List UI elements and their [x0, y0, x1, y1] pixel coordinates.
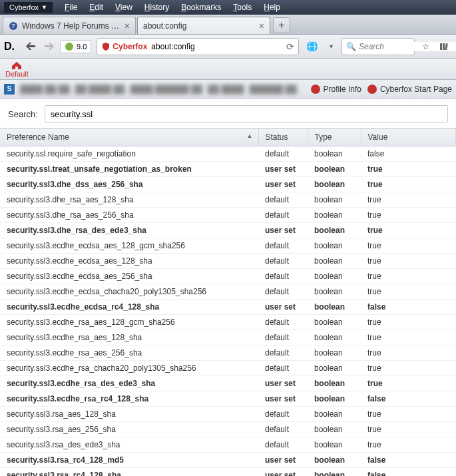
bookmark-icon: S [4, 84, 15, 95]
pref-row[interactable]: security.ssl3.ecdhe_rsa_chacha20_poly130… [0, 361, 456, 376]
column-type[interactable]: Type [308, 128, 361, 146]
pref-type: boolean [308, 407, 361, 422]
search-label: Search: [8, 109, 38, 119]
pref-value: true [361, 284, 456, 300]
pref-status: default [258, 284, 308, 300]
svg-rect-7 [443, 43, 445, 50]
menu-help[interactable]: Help [258, 1, 286, 13]
pref-type: boolean [308, 300, 361, 315]
bookmark-profile-info[interactable]: Profile Info [310, 84, 361, 95]
pref-name: security.ssl3.dhe_rsa_des_ede3_sha [0, 223, 258, 238]
pref-row[interactable]: security.ssl3.rsa_rc4_128_shauser setboo… [0, 468, 456, 477]
favicon-icon: 7 [9, 21, 18, 31]
pref-row[interactable]: security.ssl.treat_unsafe_negotiation_as… [0, 162, 456, 177]
library-icon[interactable] [436, 39, 452, 55]
tab-strip: 7 Windows 7 Help Forums - Search… × abou… [0, 15, 456, 35]
pref-row[interactable]: security.ssl3.ecdhe_rsa_aes_256_shadefau… [0, 346, 456, 361]
column-value[interactable]: Value [361, 128, 456, 146]
svg-rect-6 [440, 43, 442, 50]
menu-bookmarks[interactable]: Bookmarks [176, 1, 226, 13]
pref-row[interactable]: security.ssl3.dhe_rsa_des_ede3_shauser s… [0, 223, 456, 238]
pref-value: true [361, 407, 456, 422]
address-bar[interactable]: Cyberfox ⟳ [97, 38, 299, 55]
pref-row[interactable]: security.ssl3.ecdhe_rsa_aes_128_gcm_sha2… [0, 315, 456, 330]
pref-row[interactable]: security.ssl3.rsa_des_ede3_shadefaultboo… [0, 437, 456, 453]
bookmark-item[interactable]: ████ ██████ ██ [130, 85, 202, 94]
back-button[interactable]: 🡨 [23, 39, 39, 55]
pref-status: user set [258, 453, 308, 468]
tab-inactive[interactable]: 7 Windows 7 Help Forums - Search… × [3, 17, 136, 34]
fox-icon [367, 84, 377, 95]
column-status[interactable]: Status [258, 128, 308, 146]
bookmark-start-page[interactable]: Cyberfox Start Page [367, 84, 452, 95]
pref-row[interactable]: security.ssl3.ecdhe_ecdsa_aes_256_shadef… [0, 269, 456, 284]
app-menu-button[interactable]: Cyberfox ▼ [4, 2, 53, 13]
pref-row[interactable]: security.ssl3.ecdhe_rsa_rc4_128_shauser … [0, 391, 456, 407]
disconnect-logo[interactable]: D. [4, 41, 15, 53]
pref-type: boolean [308, 223, 361, 238]
identity-box[interactable]: Cyberfox [101, 42, 147, 51]
search-box[interactable]: 🔍 [342, 38, 415, 55]
pref-status: default [258, 407, 308, 422]
svg-point-2 [65, 43, 73, 51]
bookmark-item[interactable]: ██ ████ [208, 85, 244, 94]
new-tab-button[interactable]: + [273, 17, 290, 33]
pref-row[interactable]: security.ssl3.dhe_dss_aes_256_shauser se… [0, 177, 456, 192]
pref-name: security.ssl3.dhe_rsa_aes_128_sha [0, 192, 258, 208]
pref-value: true [361, 162, 456, 177]
bookmark-item[interactable]: ████ ██ ██ [20, 85, 70, 94]
star-icon[interactable]: ☆ [417, 39, 433, 55]
menu-view[interactable]: View [110, 1, 138, 13]
svg-point-10 [367, 85, 377, 94]
pref-value: true [361, 437, 456, 453]
pref-name: security.ssl3.ecdhe_rsa_des_ede3_sha [0, 376, 258, 391]
globe-icon[interactable] [304, 39, 320, 55]
titlebar: Cyberfox ▼ FileEditViewHistoryBookmarksT… [0, 0, 456, 15]
pref-row[interactable]: security.ssl3.rsa_aes_256_shadefaultbool… [0, 422, 456, 437]
pref-row[interactable]: security.ssl3.ecdhe_ecdsa_rc4_128_shause… [0, 300, 456, 315]
config-search-input[interactable] [45, 105, 448, 122]
pref-name: security.ssl3.rsa_rc4_128_sha [0, 468, 258, 477]
pref-row[interactable]: security.ssl3.dhe_rsa_aes_256_shadefault… [0, 208, 456, 223]
home-button[interactable]: Default [5, 61, 29, 78]
dropdown-icon[interactable]: ▾ [323, 39, 339, 55]
pref-type: boolean [308, 192, 361, 208]
pref-row[interactable]: security.ssl3.ecdhe_ecdsa_aes_128_gcm_sh… [0, 238, 456, 254]
pref-value: true [361, 361, 456, 376]
pref-row[interactable]: security.ssl3.ecdhe_ecdsa_aes_128_shadef… [0, 254, 456, 269]
reload-icon[interactable]: ⟳ [286, 41, 294, 52]
pref-type: boolean [308, 254, 361, 269]
tab-active[interactable]: about:config × [137, 17, 270, 34]
menu-history[interactable]: History [139, 1, 174, 13]
url-input[interactable] [151, 42, 282, 51]
menu-edit[interactable]: Edit [84, 1, 109, 13]
column-preference-name[interactable]: Preference Name [0, 128, 258, 146]
pref-name: security.ssl3.ecdhe_rsa_aes_256_sha [0, 346, 258, 361]
close-icon[interactable]: × [259, 21, 264, 31]
pref-status: default [258, 361, 308, 376]
pref-row[interactable]: security.ssl3.ecdhe_rsa_des_ede3_shauser… [0, 376, 456, 391]
pref-row[interactable]: security.ssl3.ecdhe_rsa_aes_128_shadefau… [0, 330, 456, 346]
bookmark-item[interactable]: S [4, 84, 15, 95]
close-icon[interactable]: × [124, 21, 130, 31]
bookmark-item[interactable]: ██ ████ ██ [75, 85, 125, 94]
menu-tools[interactable]: Tools [228, 1, 257, 13]
pref-status: default [258, 208, 308, 223]
bookmark-bar: S ████ ██ ██ ██ ████ ██ ████ ██████ ██ █… [0, 80, 456, 99]
pref-row[interactable]: security.ssl3.dhe_rsa_aes_128_shadefault… [0, 192, 456, 208]
pref-type: boolean [308, 269, 361, 284]
wot-score: 9.0 [77, 43, 87, 51]
wot-indicator[interactable]: 9.0 [60, 40, 91, 53]
pref-row[interactable]: security.ssl3.rsa_rc4_128_md5user setboo… [0, 453, 456, 468]
chevron-down-icon: ▼ [41, 4, 47, 11]
pref-name: security.ssl.require_safe_negotiation [0, 146, 258, 162]
menu-file[interactable]: File [59, 1, 83, 13]
pref-row[interactable]: security.ssl3.rsa_aes_128_shadefaultbool… [0, 407, 456, 422]
pref-row[interactable]: security.ssl3.ecdhe_ecdsa_chacha20_poly1… [0, 284, 456, 300]
pref-value: true [361, 238, 456, 254]
pref-row[interactable]: security.ssl.require_safe_negotiationdef… [0, 146, 456, 162]
pref-value: true [361, 177, 456, 192]
pref-value: true [361, 192, 456, 208]
pref-type: boolean [308, 162, 361, 177]
bookmark-item[interactable]: ██████ ██ [249, 85, 296, 94]
